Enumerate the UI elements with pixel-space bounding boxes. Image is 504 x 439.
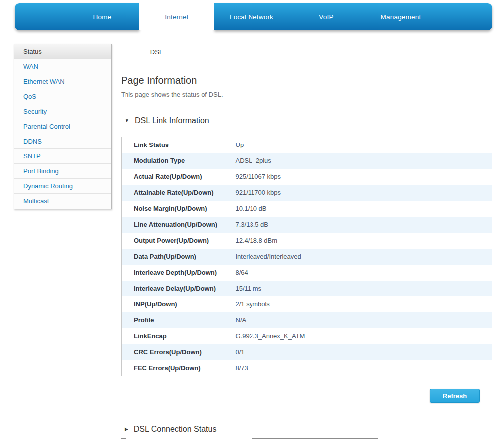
sidebar-item[interactable]: QoS xyxy=(14,89,111,104)
sidebar-item[interactable]: WAN xyxy=(14,59,111,74)
row-label: FEC Errors(Up/Down) xyxy=(122,360,236,376)
section-header-dsl-connection-status[interactable]: ▶ DSL Connection Status xyxy=(121,425,492,439)
sidebar-item[interactable]: DDNS xyxy=(14,134,111,149)
row-value: 921/11700 kbps xyxy=(236,185,492,201)
row-value: 10.1/10 dB xyxy=(236,201,492,217)
nav-tab[interactable]: Internet xyxy=(139,3,214,30)
row-value: Interleaved/Interleaved xyxy=(236,249,492,265)
table-row: Modulation Type ADSL_2plus xyxy=(122,153,492,169)
row-label: Data Path(Up/Down) xyxy=(122,249,236,265)
sidebar-item[interactable]: Security xyxy=(14,104,111,119)
row-value: 7.3/13.5 dB xyxy=(236,217,492,233)
table-row: FEC Errors(Up/Down) 8/73 xyxy=(122,360,492,376)
table-row: Noise Margin(Up/Down) 10.1/10 dB xyxy=(122,201,492,217)
expand-triangle-icon: ▶ xyxy=(125,427,128,432)
table-row: CRC Errors(Up/Down) 0/1 xyxy=(122,344,492,360)
row-label: Actual Rate(Up/Down) xyxy=(122,169,236,185)
table-row: Interleave Depth(Up/Down) 8/64 xyxy=(122,265,492,281)
sidebar-item[interactable]: Port Binding xyxy=(14,164,111,179)
main-content: DSL Page Information This page shows the… xyxy=(121,44,492,439)
section-title: DSL Link Information xyxy=(135,116,209,125)
row-value: 8/64 xyxy=(236,265,492,281)
table-row: INP(Up/Down) 2/1 symbols xyxy=(122,296,492,312)
table-row: Actual Rate(Up/Down) 925/11067 kbps xyxy=(122,169,492,185)
sidebar-item[interactable]: Ethernet WAN xyxy=(14,74,111,89)
row-label: Noise Margin(Up/Down) xyxy=(122,201,236,217)
row-label: Output Power(Up/Down) xyxy=(122,233,236,249)
nav-tab[interactable]: Local Network xyxy=(214,3,289,30)
row-label: Profile xyxy=(122,312,236,328)
page-title: Page Information xyxy=(121,75,492,86)
row-label: Interleave Depth(Up/Down) xyxy=(122,265,236,281)
row-label: INP(Up/Down) xyxy=(122,296,236,312)
row-value: G.992.3_Annex_K_ATM xyxy=(236,328,492,344)
table-row: Output Power(Up/Down) 12.4/18.8 dBm xyxy=(122,233,492,249)
table-row: Attainable Rate(Up/Down) 921/11700 kbps xyxy=(122,185,492,201)
nav-tab[interactable]: Management xyxy=(364,3,438,30)
section-header-dsl-link-information[interactable]: ▼ DSL Link Information xyxy=(121,116,492,130)
row-label: LinkEncap xyxy=(122,328,236,344)
table-row: Data Path(Up/Down) Interleaved/Interleav… xyxy=(122,249,492,265)
nav-tab-list: Home Internet Local Network VoIP Managem… xyxy=(65,3,438,30)
row-label: Link Status xyxy=(122,137,236,153)
row-label: Interleave Delay(Up/Down) xyxy=(122,281,236,296)
table-row: Profile N/A xyxy=(122,312,492,328)
nav-tab[interactable]: VoIP xyxy=(289,3,364,30)
row-label: CRC Errors(Up/Down) xyxy=(122,344,236,360)
sidebar-item[interactable]: Multicast xyxy=(14,194,111,209)
sidebar-item[interactable]: SNTP xyxy=(14,149,111,164)
sidebar-item[interactable]: Status xyxy=(14,44,111,59)
sidebar-item[interactable]: Parental Control xyxy=(14,119,111,134)
row-label: Line Attenuation(Up/Down) xyxy=(122,217,236,233)
nav-tab[interactable]: Home xyxy=(65,3,139,30)
row-value: 0/1 xyxy=(236,344,492,360)
row-value: ADSL_2plus xyxy=(236,153,492,169)
sidebar-item[interactable]: Dynamic Routing xyxy=(14,179,111,194)
row-value: 2/1 symbols xyxy=(236,296,492,312)
dsl-link-info-table: Link Status Up Modulation Type ADSL_2plu… xyxy=(121,137,492,376)
row-value: 8/73 xyxy=(236,360,492,376)
row-value: 12.4/18.8 dBm xyxy=(236,233,492,249)
button-row: Refresh xyxy=(121,389,492,403)
row-label: Modulation Type xyxy=(122,153,236,169)
row-label: Attainable Rate(Up/Down) xyxy=(122,185,236,201)
refresh-button[interactable]: Refresh xyxy=(430,389,480,403)
section-title: DSL Connection Status xyxy=(134,425,217,434)
table-row: Interleave Delay(Up/Down) 15/11 ms xyxy=(122,281,492,296)
page-description: This page shows the status of DSL. xyxy=(121,91,492,98)
table-row: Link Status Up xyxy=(122,137,492,153)
row-value: N/A xyxy=(236,312,492,328)
subtab-bar: DSL xyxy=(121,44,492,59)
collapse-triangle-icon: ▼ xyxy=(125,118,129,123)
row-value: 925/11067 kbps xyxy=(236,169,492,185)
table-row: LinkEncap G.992.3_Annex_K_ATM xyxy=(122,328,492,344)
top-navigation: Home Internet Local Network VoIP Managem… xyxy=(15,3,492,30)
tab-dsl[interactable]: DSL xyxy=(136,44,177,60)
row-value: 15/11 ms xyxy=(236,281,492,296)
row-value: Up xyxy=(236,137,492,153)
sidebar: Status WAN Ethernet WAN QoS Security Par… xyxy=(14,44,112,209)
table-row: Line Attenuation(Up/Down) 7.3/13.5 dB xyxy=(122,217,492,233)
